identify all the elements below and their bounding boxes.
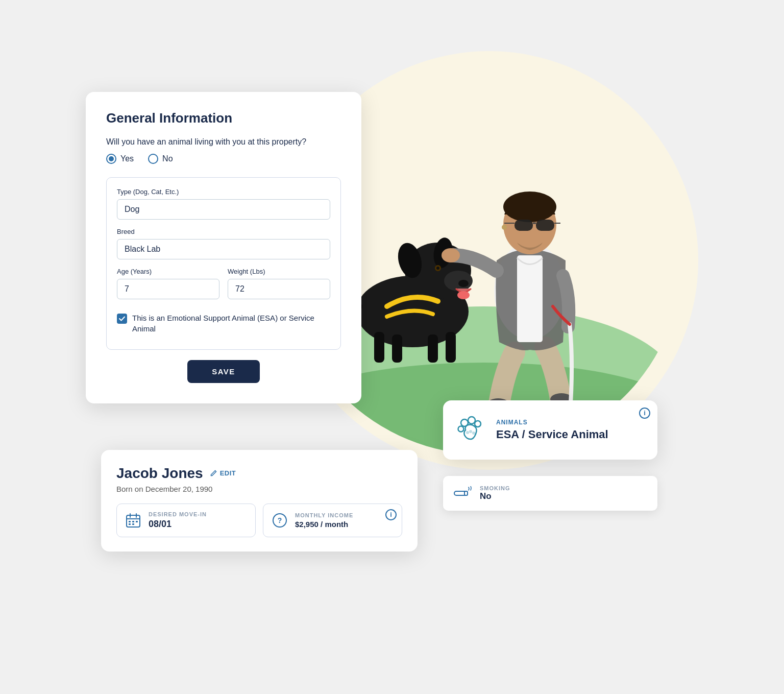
svg-rect-36 [129, 523, 131, 525]
move-in-value: 08/01 [149, 519, 207, 530]
age-input[interactable] [117, 279, 219, 299]
smoking-card: SMOKING No [443, 476, 657, 511]
income-box: ? MONTHLY INCOME $2,950 / month i [263, 504, 402, 537]
income-info-icon[interactable]: i [385, 509, 397, 520]
svg-point-42 [475, 421, 481, 427]
radio-yes-circle[interactable] [106, 154, 116, 164]
breed-label: Breed [117, 228, 330, 235]
esa-checkbox[interactable] [117, 314, 127, 324]
card-title: General Information [106, 110, 341, 126]
animals-info-icon[interactable]: i [639, 408, 650, 419]
esa-label: This is an Emotional Support Animal (ESA… [132, 313, 330, 334]
breed-input[interactable] [117, 239, 330, 259]
income-label: MONTHLY INCOME [295, 512, 353, 518]
age-weight-row: Age (Years) Weight (Lbs) [117, 268, 330, 307]
svg-rect-19 [517, 255, 543, 342]
svg-rect-13 [392, 334, 402, 363]
income-value: $2,950 / month [295, 520, 353, 529]
paw-icon [455, 414, 486, 444]
svg-point-10 [458, 280, 469, 287]
svg-point-44 [466, 431, 469, 434]
svg-point-41 [468, 417, 475, 424]
edit-button[interactable]: EDIT [209, 469, 236, 477]
svg-point-20 [442, 248, 460, 262]
svg-rect-34 [132, 521, 134, 522]
age-label: Age (Years) [117, 268, 219, 275]
svg-text:?: ? [278, 516, 282, 524]
radio-no-circle[interactable] [148, 154, 158, 164]
esa-checkbox-row: This is an Emotional Support Animal (ESA… [117, 313, 330, 334]
general-info-card: General Information Will you have an ani… [86, 92, 361, 403]
profile-name-row: Jacob Jones EDIT [116, 465, 402, 482]
paw-icon-area [455, 414, 486, 446]
profile-card: Jacob Jones EDIT Born on December 20, 19… [101, 450, 418, 552]
svg-rect-12 [374, 332, 384, 363]
smoking-value: No [480, 491, 510, 501]
edit-icon [209, 469, 217, 477]
save-button[interactable]: SAVE [187, 360, 260, 383]
animal-type-input[interactable] [117, 199, 330, 220]
svg-rect-15 [446, 332, 456, 363]
weight-label: Weight (Lbs) [228, 268, 330, 275]
radio-group: Yes No [106, 154, 341, 164]
svg-point-45 [469, 430, 472, 433]
calendar-icon [125, 512, 141, 529]
svg-point-46 [472, 432, 475, 435]
svg-rect-48 [464, 491, 468, 495]
svg-point-9 [436, 267, 439, 270]
animal-form-box: Type (Dog, Cat, Etc.) Breed Age (Years) … [106, 177, 341, 350]
svg-rect-25 [536, 220, 554, 231]
svg-point-11 [457, 291, 470, 299]
type-label: Type (Dog, Cat, Etc.) [117, 188, 330, 196]
animals-section-label: ANIMALS [496, 419, 608, 426]
svg-rect-33 [129, 521, 131, 522]
move-in-box: DESIRED MOVE-IN 08/01 [116, 504, 256, 537]
svg-point-43 [458, 426, 464, 432]
animals-card: ANIMALS ESA / Service Animal i [443, 400, 657, 460]
income-icon: ? [272, 512, 288, 529]
svg-point-5 [444, 271, 473, 291]
smoking-label: SMOKING [480, 485, 510, 491]
svg-rect-37 [132, 523, 134, 525]
profile-info-grid: DESIRED MOVE-IN 08/01 ? MONTHLY INCOME $… [116, 504, 402, 537]
weight-input[interactable] [228, 279, 330, 299]
svg-rect-14 [428, 334, 438, 363]
radio-yes[interactable]: Yes [106, 154, 134, 164]
animal-question: Will you have an animal living with you … [106, 137, 341, 147]
smoking-icon [453, 486, 472, 500]
svg-rect-35 [136, 521, 138, 522]
svg-rect-24 [514, 220, 533, 231]
move-in-label: DESIRED MOVE-IN [149, 511, 207, 517]
svg-point-23 [502, 225, 507, 230]
profile-name: Jacob Jones [116, 465, 203, 482]
animals-value: ESA / Service Animal [496, 428, 608, 441]
profile-dob: Born on December 20, 1990 [116, 485, 402, 493]
radio-no[interactable]: No [148, 154, 173, 164]
